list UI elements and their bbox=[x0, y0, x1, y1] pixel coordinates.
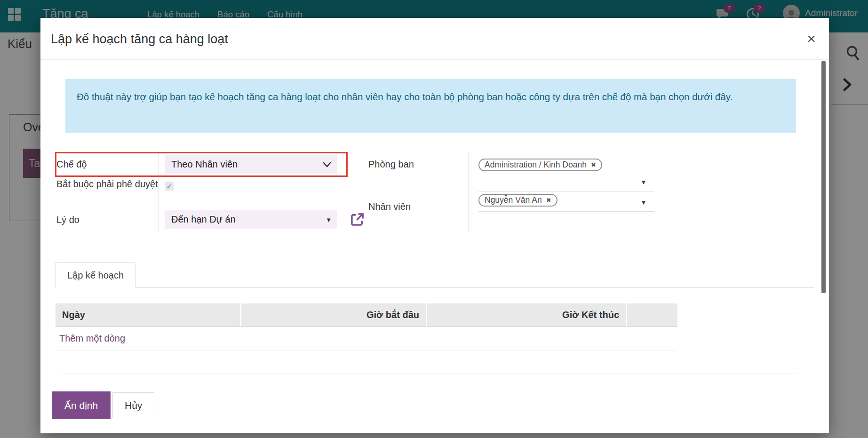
footer-divider bbox=[40, 379, 829, 379]
column-header-start-time[interactable]: Giờ bắt đầu bbox=[241, 303, 427, 327]
form-column-separator bbox=[468, 152, 469, 232]
department-field-label: Phòng ban bbox=[368, 157, 414, 172]
cancel-button[interactable]: Hủy bbox=[112, 392, 154, 418]
confirm-button[interactable]: Ấn định bbox=[52, 391, 111, 419]
caret-down-icon: ▼ bbox=[326, 216, 332, 223]
add-row-link[interactable]: Thêm một dòng bbox=[56, 327, 677, 350]
approval-field-label: Bắt buộc phải phê duyệt bbox=[56, 177, 159, 191]
dialog-header: Lập kế hoạch tăng ca hàng loạt × bbox=[40, 18, 829, 60]
column-header-end-time[interactable]: Giờ Kết thúc bbox=[427, 303, 627, 327]
remove-tag-icon[interactable]: ✖ bbox=[591, 161, 596, 168]
reason-field-label: Lý do bbox=[56, 213, 80, 227]
employee-tag: Nguyễn Văn An ✖ bbox=[478, 194, 557, 207]
approval-checkbox[interactable]: ✓ bbox=[165, 182, 174, 191]
employee-field-label: Nhân viên bbox=[368, 199, 411, 214]
sheet-bottom-line bbox=[63, 374, 796, 374]
form-column-separator bbox=[158, 152, 159, 232]
employee-dropdown-caret-icon[interactable]: ▼ bbox=[640, 199, 647, 206]
planning-lines-table: Ngày Giờ bắt đầu Giờ Kết thúc Thêm một d… bbox=[56, 303, 677, 350]
employee-tag-label: Nguyễn Văn An bbox=[485, 195, 542, 205]
info-alert: Đồ thuật này trợ giúp bạn tạo kế hoạch t… bbox=[65, 79, 796, 133]
employee-field-underline bbox=[478, 211, 654, 212]
chevron-down-icon bbox=[322, 161, 332, 168]
department-dropdown-caret-icon[interactable]: ▼ bbox=[640, 179, 647, 185]
reason-select[interactable]: Đến hạn Dự án ▼ bbox=[165, 210, 337, 229]
remove-tag-icon[interactable]: ✖ bbox=[546, 197, 551, 204]
tab-planning[interactable]: Lập kế hoạch bbox=[56, 262, 135, 288]
department-tag: Administration / Kinh Doanh ✖ bbox=[478, 159, 602, 171]
modal-scrollbar-thumb[interactable] bbox=[821, 61, 826, 293]
external-link-icon[interactable] bbox=[350, 212, 365, 227]
mode-select-value: Theo Nhân viên bbox=[171, 159, 238, 170]
mode-field-label: Chế độ bbox=[56, 157, 87, 172]
tab-strip-line bbox=[56, 287, 814, 288]
column-header-date[interactable]: Ngày bbox=[56, 303, 241, 327]
reason-select-value: Đến hạn Dự án bbox=[171, 214, 236, 225]
column-header-empty bbox=[627, 303, 677, 327]
mode-select[interactable]: Theo Nhân viên bbox=[165, 155, 337, 174]
bulk-overtime-dialog: Lập kế hoạch tăng ca hàng loạt × Đồ thuậ… bbox=[40, 18, 829, 433]
dialog-title: Lập kế hoạch tăng ca hàng loạt bbox=[51, 32, 228, 47]
department-tag-label: Administration / Kinh Doanh bbox=[485, 160, 587, 170]
department-field-underline bbox=[478, 191, 654, 191]
close-icon[interactable]: × bbox=[807, 31, 816, 46]
check-icon: ✓ bbox=[167, 183, 172, 190]
table-header-row: Ngày Giờ bắt đầu Giờ Kết thúc bbox=[56, 303, 677, 327]
